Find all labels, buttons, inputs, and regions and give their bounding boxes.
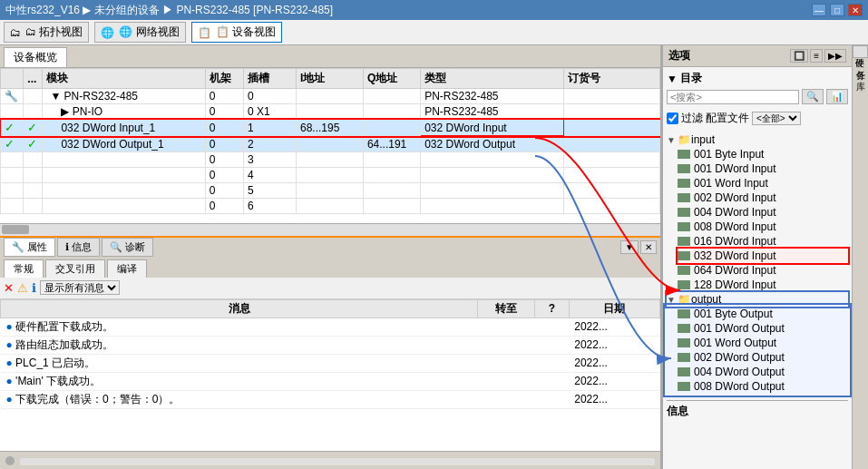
tree-item-001-byte-input[interactable]: 001 Byte Input	[678, 147, 848, 161]
table-row[interactable]: ✓ ✓ 032 DWord Output_1 0 2 64...191 032 …	[1, 136, 660, 152]
close-button[interactable]: ✕	[848, 4, 863, 16]
row-module: 032 DWord Input_1	[43, 120, 205, 136]
row-type: 032 DWord Input	[421, 120, 564, 136]
tree-item-001-dword-output[interactable]: 001 DWord Output	[678, 321, 848, 336]
tree-group-input[interactable]: ▼ 📁 input	[667, 132, 848, 147]
right-panel-toolbar-btn3[interactable]: ▶▶	[824, 49, 846, 63]
tab-cross-ref[interactable]: 交叉引用	[45, 259, 105, 278]
row-icon	[1, 104, 24, 120]
tree-item-128-dword-input[interactable]: 128 DWord Input	[678, 278, 848, 292]
tree-item-004-dword-output[interactable]: 004 DWord Output	[678, 365, 848, 379]
log-q	[535, 336, 570, 354]
network-view-button[interactable]: 🌐 🌐 网络视图	[94, 22, 185, 43]
device-table-wrap[interactable]: ... 模块 机架 插槽 I地址 Q地址 类型 订货号	[0, 68, 660, 223]
log-icon-cell: ● 硬件配置下载成功。	[1, 318, 478, 336]
tab-info[interactable]: ℹ 信息	[57, 238, 100, 257]
table-row[interactable]: 03	[1, 152, 660, 168]
tab-properties[interactable]: 🔧 属性	[4, 238, 55, 257]
table-row[interactable]: 🔧 ▼ PN-RS232-485 0 0 PN-RS232-485	[1, 89, 660, 104]
tree-item-008-dword-output[interactable]: 008 DWord Output	[678, 379, 848, 394]
search-extra-btn[interactable]: 📊	[826, 89, 848, 104]
row-rack: 0	[205, 104, 243, 120]
bottom-panel-tab-group: 🔧 属性 ℹ 信息 🔍 诊断	[4, 238, 153, 257]
right-panel-toolbar-btn2[interactable]: ≡	[810, 49, 823, 63]
output-expand-arrow[interactable]: ▼	[667, 295, 678, 305]
error-icon: ✕	[4, 281, 14, 295]
vertical-tab-tasks[interactable]: 任务	[853, 58, 868, 69]
tab-compile[interactable]: 编译	[107, 259, 147, 278]
minimize-button[interactable]: —	[812, 4, 826, 16]
vertical-tab-hardware[interactable]: 硬件	[853, 45, 868, 58]
vertical-tab-bar: 硬件 任务 库	[852, 45, 868, 469]
tree-item-001-word-input[interactable]: 001 Word Input	[678, 176, 848, 191]
table-row[interactable]: 05	[1, 183, 660, 199]
tab-general[interactable]: 常规	[4, 259, 44, 278]
row-qaddr	[363, 104, 420, 120]
tree-item-064-dword-input[interactable]: 064 DWord Input	[678, 263, 848, 278]
tree-group-output[interactable]: ▼ 📁 output	[667, 292, 848, 307]
warning-icon: ⚠	[17, 281, 28, 295]
log-date: 2022...	[569, 336, 659, 354]
row-iaddr	[297, 104, 364, 120]
filter-dropdown[interactable]: 显示所有消息	[40, 280, 120, 295]
log-row: ● 'Main' 下载成功。 2022...	[1, 372, 660, 390]
horizontal-scrollbar[interactable]	[0, 223, 660, 236]
topology-icon: 🗂	[10, 26, 21, 39]
row-module: 032 DWord Output_1	[43, 136, 205, 152]
panel-controls: ▼ ✕	[620, 240, 657, 254]
catalog-expand-icon[interactable]: ▼	[667, 73, 678, 85]
row-dots	[24, 104, 43, 120]
progress-bar	[20, 458, 655, 465]
col-rack: 机架	[205, 69, 243, 89]
log-icon-cell: ● PLC_1 已启动。	[1, 354, 478, 372]
row-iaddr	[297, 89, 364, 104]
tab-device-overview[interactable]: 设备概览	[4, 47, 67, 67]
tree-item-002-dword-input[interactable]: 002 DWord Input	[678, 191, 848, 205]
row-dots	[24, 89, 43, 104]
device-view-button[interactable]: 📋 📋 设备视图	[191, 22, 282, 43]
filter-checkbox[interactable]	[667, 112, 678, 124]
log-q	[535, 354, 570, 372]
table-row[interactable]: ▶ PN-IO 0 0 X1 PN-RS232-485	[1, 104, 660, 120]
input-expand-arrow[interactable]: ▼	[667, 135, 678, 145]
col-slot: 插槽	[243, 69, 296, 89]
search-icon-btn[interactable]: 🔍	[802, 89, 824, 104]
tree-item-004-dword-input[interactable]: 004 DWord Input	[678, 205, 848, 220]
table-row[interactable]: ✓ ✓ 032 DWord Input_1 0 1 68...195 032 D…	[1, 120, 660, 136]
tree-item-002-dword-output[interactable]: 002 DWord Output	[678, 350, 848, 365]
table-row[interactable]: 04	[1, 168, 660, 183]
row-rack: 0	[205, 120, 243, 136]
row-module: ▶ PN-IO	[43, 104, 205, 120]
topology-view-button[interactable]: 🗂 🗂 拓扑视图	[4, 22, 89, 43]
tree-item-008-dword-input[interactable]: 008 DWord Input	[678, 220, 848, 234]
log-date: 2022...	[569, 372, 659, 390]
row-order	[564, 136, 660, 152]
input-items-group: 001 Byte Input 001 DWord Input 001 Word …	[667, 147, 848, 292]
right-panel-toolbar-btn1[interactable]: 🔲	[790, 49, 808, 63]
log-col-msg: 消息	[1, 299, 478, 318]
row-icon: 🔧	[1, 89, 24, 104]
title-bar: 中性rs232_V16 ▶ 未分组的设备 ▶ PN-RS232-485 [PN-…	[0, 0, 868, 20]
col-type: 类型	[421, 69, 564, 89]
panel-close-button[interactable]: ✕	[640, 240, 657, 254]
tree-item-001-dword-input[interactable]: 001 DWord Input	[678, 161, 848, 176]
panel-min-button[interactable]: ▼	[620, 240, 639, 254]
tree-item-001-byte-output[interactable]: 001 Byte Output	[678, 307, 848, 321]
row-type: PN-RS232-485	[421, 104, 564, 120]
table-row[interactable]: 06	[1, 199, 660, 214]
restore-button[interactable]: □	[830, 4, 844, 16]
log-table[interactable]: 消息 转至 ? 日期 ● 硬件配置下载成功。 2022...	[0, 299, 660, 452]
info-icon: ℹ	[32, 281, 36, 295]
catalog-search-input[interactable]	[667, 90, 799, 104]
tree-item-032-dword-input[interactable]: 032 DWord Input	[678, 249, 848, 263]
tree-item-016-dword-input[interactable]: 016 DWord Input	[678, 234, 848, 249]
log-col-date: 日期	[569, 299, 659, 318]
tree-item-001-word-output[interactable]: 001 Word Output	[678, 336, 848, 350]
profile-select[interactable]: <全部>	[752, 112, 801, 125]
vertical-tab-lib[interactable]: 库	[853, 69, 868, 80]
log-goto	[478, 372, 535, 390]
info-section-header: 信息	[667, 400, 848, 419]
row-rack: 0	[205, 136, 243, 152]
row-module: ▼ PN-RS232-485	[43, 89, 205, 104]
tab-diagnostics[interactable]: 🔍 诊断	[102, 238, 153, 257]
